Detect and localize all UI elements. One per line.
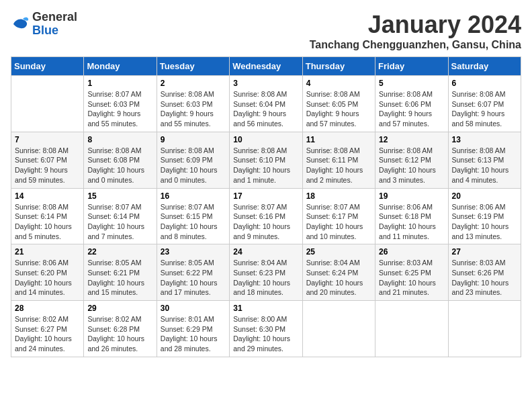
calendar-day-cell: 18Sunrise: 8:07 AMSunset: 6:17 PMDayligh… [302,188,375,244]
day-info: Sunrise: 8:07 AMSunset: 6:15 PMDaylight:… [161,202,226,242]
day-info: Sunrise: 8:08 AMSunset: 6:11 PMDaylight:… [306,146,371,185]
calendar-day-cell: 4Sunrise: 8:08 AMSunset: 6:05 PMDaylight… [302,76,375,132]
day-info: Sunrise: 8:08 AMSunset: 6:10 PMDaylight:… [233,146,298,185]
day-number: 16 [161,191,226,201]
calendar-day-cell: 23Sunrise: 8:05 AMSunset: 6:22 PMDayligh… [157,244,229,301]
calendar-header-cell: Saturday [448,57,521,76]
logo-bird-icon [11,15,30,34]
day-number: 10 [233,135,298,144]
day-number: 30 [161,304,226,313]
calendar-day-cell: 16Sunrise: 8:07 AMSunset: 6:15 PMDayligh… [157,188,229,244]
calendar-header-row: SundayMondayTuesdayWednesdayThursdayFrid… [11,57,521,76]
day-info: Sunrise: 8:07 AMSunset: 6:16 PMDaylight:… [233,202,298,242]
day-number: 12 [379,135,444,144]
day-info: Sunrise: 8:08 AMSunset: 6:07 PMDaylight:… [15,146,80,185]
day-info: Sunrise: 8:02 AMSunset: 6:28 PMDaylight:… [87,314,152,354]
day-info: Sunrise: 8:08 AMSunset: 6:09 PMDaylight:… [161,146,226,185]
calendar-day-cell: 28Sunrise: 8:02 AMSunset: 6:27 PMDayligh… [11,301,84,357]
day-info: Sunrise: 8:08 AMSunset: 6:05 PMDaylight:… [306,89,371,129]
day-number: 28 [15,304,80,313]
day-number: 22 [87,247,152,257]
day-number: 13 [452,135,517,144]
day-number: 6 [452,79,517,88]
day-info: Sunrise: 8:04 AMSunset: 6:24 PMDaylight:… [306,258,371,298]
day-number: 7 [15,135,80,144]
day-number: 2 [161,79,226,88]
day-number: 4 [306,79,371,88]
calendar-day-cell: 19Sunrise: 8:06 AMSunset: 6:18 PMDayligh… [375,188,448,244]
day-info: Sunrise: 8:08 AMSunset: 6:07 PMDaylight:… [452,89,517,129]
calendar-week-row: 1Sunrise: 8:07 AMSunset: 6:03 PMDaylight… [11,76,521,132]
calendar-week-row: 14Sunrise: 8:08 AMSunset: 6:14 PMDayligh… [11,188,521,244]
day-number: 24 [233,247,298,257]
calendar-day-cell: 7Sunrise: 8:08 AMSunset: 6:07 PMDaylight… [11,132,84,188]
calendar-header-cell: Tuesday [157,57,229,76]
month-title: January 2024 [310,11,521,39]
day-number: 15 [87,191,152,201]
calendar-table: SundayMondayTuesdayWednesdayThursdayFrid… [11,56,521,357]
calendar-day-cell: 24Sunrise: 8:04 AMSunset: 6:23 PMDayligh… [230,244,302,301]
day-info: Sunrise: 8:05 AMSunset: 6:22 PMDaylight:… [161,258,226,298]
location-title: Tanchang Chengguanzhen, Gansu, China [310,39,521,51]
day-number: 18 [306,191,371,201]
calendar-day-cell: 17Sunrise: 8:07 AMSunset: 6:16 PMDayligh… [230,188,302,244]
calendar-day-cell: 6Sunrise: 8:08 AMSunset: 6:07 PMDaylight… [448,76,521,132]
calendar-day-cell: 31Sunrise: 8:00 AMSunset: 6:30 PMDayligh… [230,301,302,357]
calendar-header-cell: Monday [84,57,157,76]
logo-text: General Blue [32,11,77,38]
calendar-day-cell [11,76,84,132]
calendar-week-row: 7Sunrise: 8:08 AMSunset: 6:07 PMDaylight… [11,132,521,188]
day-info: Sunrise: 8:06 AMSunset: 6:20 PMDaylight:… [15,258,80,298]
day-number: 26 [379,247,444,257]
calendar-day-cell: 26Sunrise: 8:03 AMSunset: 6:25 PMDayligh… [375,244,448,301]
day-info: Sunrise: 8:06 AMSunset: 6:19 PMDaylight:… [452,202,517,242]
calendar-day-cell: 27Sunrise: 8:03 AMSunset: 6:26 PMDayligh… [448,244,521,301]
day-number: 21 [15,247,80,257]
calendar-day-cell: 20Sunrise: 8:06 AMSunset: 6:19 PMDayligh… [448,188,521,244]
day-info: Sunrise: 8:01 AMSunset: 6:29 PMDaylight:… [161,314,226,354]
calendar-day-cell: 13Sunrise: 8:08 AMSunset: 6:13 PMDayligh… [448,132,521,188]
day-number: 23 [161,247,226,257]
day-number: 11 [306,135,371,144]
calendar-day-cell: 3Sunrise: 8:08 AMSunset: 6:04 PMDaylight… [230,76,302,132]
day-number: 29 [87,304,152,313]
calendar-day-cell: 1Sunrise: 8:07 AMSunset: 6:03 PMDaylight… [84,76,157,132]
day-info: Sunrise: 8:08 AMSunset: 6:06 PMDaylight:… [379,89,444,129]
day-info: Sunrise: 8:04 AMSunset: 6:23 PMDaylight:… [233,258,298,298]
day-info: Sunrise: 8:06 AMSunset: 6:18 PMDaylight:… [379,202,444,242]
calendar-day-cell: 9Sunrise: 8:08 AMSunset: 6:09 PMDaylight… [157,132,229,188]
day-number: 8 [87,135,152,144]
day-info: Sunrise: 8:08 AMSunset: 6:14 PMDaylight:… [15,202,80,242]
day-info: Sunrise: 8:07 AMSunset: 6:17 PMDaylight:… [306,202,371,242]
calendar-day-cell: 10Sunrise: 8:08 AMSunset: 6:10 PMDayligh… [230,132,302,188]
day-info: Sunrise: 8:07 AMSunset: 6:03 PMDaylight:… [87,89,152,129]
calendar-body: 1Sunrise: 8:07 AMSunset: 6:03 PMDaylight… [11,76,521,357]
day-info: Sunrise: 8:08 AMSunset: 6:08 PMDaylight:… [87,146,152,185]
day-info: Sunrise: 8:00 AMSunset: 6:30 PMDaylight:… [233,314,298,354]
calendar-header-cell: Sunday [11,57,84,76]
calendar-week-row: 21Sunrise: 8:06 AMSunset: 6:20 PMDayligh… [11,244,521,301]
calendar-day-cell [302,301,375,357]
day-number: 20 [452,191,517,201]
calendar-day-cell: 11Sunrise: 8:08 AMSunset: 6:11 PMDayligh… [302,132,375,188]
calendar-day-cell: 15Sunrise: 8:07 AMSunset: 6:14 PMDayligh… [84,188,157,244]
day-info: Sunrise: 8:03 AMSunset: 6:26 PMDaylight:… [452,258,517,298]
logo: General Blue [11,11,77,38]
day-info: Sunrise: 8:05 AMSunset: 6:21 PMDaylight:… [87,258,152,298]
calendar-header-cell: Wednesday [230,57,302,76]
calendar-day-cell: 2Sunrise: 8:08 AMSunset: 6:03 PMDaylight… [157,76,229,132]
day-info: Sunrise: 8:03 AMSunset: 6:25 PMDaylight:… [379,258,444,298]
day-number: 27 [452,247,517,257]
day-number: 14 [15,191,80,201]
calendar-day-cell: 12Sunrise: 8:08 AMSunset: 6:12 PMDayligh… [375,132,448,188]
day-info: Sunrise: 8:08 AMSunset: 6:12 PMDaylight:… [379,146,444,185]
page-header: General Blue January 2024 Tanchang Cheng… [11,11,521,51]
day-number: 25 [306,247,371,257]
calendar-day-cell: 8Sunrise: 8:08 AMSunset: 6:08 PMDaylight… [84,132,157,188]
calendar-header-cell: Friday [375,57,448,76]
day-info: Sunrise: 8:08 AMSunset: 6:03 PMDaylight:… [161,89,226,129]
day-info: Sunrise: 8:08 AMSunset: 6:04 PMDaylight:… [233,89,298,129]
calendar-day-cell: 14Sunrise: 8:08 AMSunset: 6:14 PMDayligh… [11,188,84,244]
calendar-day-cell [448,301,521,357]
day-number: 17 [233,191,298,201]
